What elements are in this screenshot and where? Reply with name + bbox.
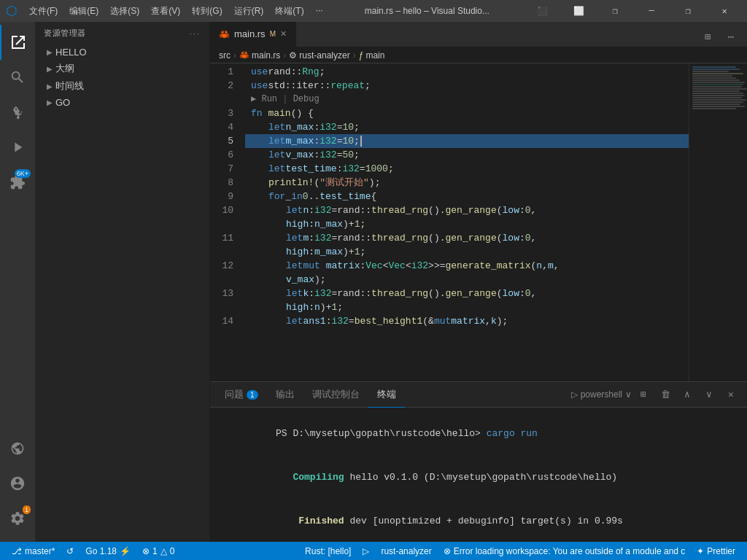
prettier-icon: ✦ bbox=[697, 546, 704, 556]
breadcrumb-sep-icon: › bbox=[283, 50, 286, 61]
source-control-activity-button[interactable] bbox=[0, 95, 35, 130]
code-editor[interactable]: 1 2 3 4 5 6 7 8 9 10 11 12 13 14 bbox=[210, 63, 747, 381]
error-icon: ⊗ bbox=[444, 546, 451, 556]
tab-main-rs[interactable]: 🦀 main.rs M ✕ bbox=[210, 22, 296, 47]
breadcrumb-sep-icon: › bbox=[233, 50, 236, 61]
debug-codelens[interactable]: Debug bbox=[293, 93, 320, 106]
panel-tab-debug[interactable]: 调试控制台 bbox=[303, 382, 368, 408]
breadcrumb-rust-analyzer[interactable]: ⚙ rust-analyzer bbox=[289, 50, 349, 61]
run-codelens[interactable]: ▶ Run bbox=[251, 93, 277, 106]
panels-button[interactable]: ❐ bbox=[598, 0, 632, 22]
settings-badge: 1 bbox=[23, 505, 31, 514]
tab-close-button[interactable]: ✕ bbox=[280, 29, 287, 39]
more-actions-button[interactable]: ⋯ bbox=[721, 26, 741, 47]
git-branch-status[interactable]: ⎇ master* bbox=[6, 542, 61, 560]
workspace-error-status[interactable]: ⊗ Error loading workspace: You are outsi… bbox=[438, 542, 692, 560]
lightning-icon: ⚡ bbox=[120, 546, 131, 556]
line-num-4: 4 bbox=[210, 120, 239, 134]
search-activity-button[interactable] bbox=[0, 60, 35, 95]
panel-tab-output[interactable]: 输出 bbox=[267, 382, 303, 408]
line-num-5: 5 bbox=[210, 134, 239, 148]
account-activity-button[interactable] bbox=[0, 466, 35, 501]
kill-terminal-button[interactable]: 🗑 bbox=[655, 384, 676, 405]
sidebar-item-outline[interactable]: ▶ 大纲 bbox=[35, 60, 209, 77]
extensions-badge: 6K+ bbox=[15, 169, 31, 178]
sidebar-item-label: 大纲 bbox=[55, 62, 74, 75]
breadcrumb-src[interactable]: src bbox=[219, 50, 231, 61]
line-numbers: 1 2 3 4 5 6 7 8 9 10 11 12 13 14 bbox=[210, 63, 245, 381]
panel-tab-label: 调试控制台 bbox=[312, 388, 360, 401]
sidebar-more-button[interactable]: ··· bbox=[190, 29, 201, 38]
menu-select[interactable]: 选择(S) bbox=[104, 5, 145, 18]
new-terminal-button[interactable]: ⊞ bbox=[633, 384, 654, 405]
rust-analyzer-status[interactable]: rust-analyzer bbox=[375, 542, 437, 560]
rust-icon: 🦀 bbox=[239, 50, 249, 60]
remote-activity-button[interactable] bbox=[0, 431, 35, 466]
sidebar-item-hello[interactable]: ▶ HELLO bbox=[35, 44, 209, 60]
code-lens-line[interactable]: ▶ Run | Debug bbox=[245, 93, 689, 106]
menu-terminal[interactable]: 终端(T) bbox=[269, 5, 309, 18]
menu-goto[interactable]: 转到(G) bbox=[186, 5, 228, 18]
sidebar-toggle-button[interactable]: ⬛ bbox=[525, 0, 559, 22]
code-line-12: let mut matrix: Vec<Vec<i32>> = generate… bbox=[245, 259, 689, 273]
panel-tab-label: 问题 bbox=[225, 388, 244, 401]
panel-close-button[interactable]: ✕ bbox=[721, 384, 741, 405]
prettier-label: Prettier bbox=[707, 546, 735, 556]
breadcrumb-mainrs[interactable]: 🦀 main.rs bbox=[239, 50, 280, 61]
code-line-7: let test_time: i32 = 1000; bbox=[245, 162, 689, 176]
sync-status[interactable]: ↺ bbox=[61, 542, 80, 560]
go-version-status[interactable]: Go 1.18 ⚡ bbox=[80, 542, 136, 560]
panel-down-button[interactable]: ∨ bbox=[699, 384, 719, 405]
line-num-11: 11 bbox=[210, 231, 239, 245]
explorer-activity-button[interactable] bbox=[0, 25, 35, 60]
minimap-content bbox=[689, 63, 747, 113]
code-line-6: let v_max: i32 = 50; bbox=[245, 148, 689, 162]
sidebar-item-go[interactable]: ▶ GO bbox=[35, 95, 209, 110]
terminal-arrow-icon: ▷ bbox=[571, 389, 578, 400]
sidebar-item-label: GO bbox=[55, 97, 70, 108]
dropdown-icon[interactable]: ∨ bbox=[625, 389, 632, 400]
terminal-content[interactable]: PS D:\mysetup\gopath\rustcode\hello> car… bbox=[210, 408, 747, 542]
line-num-13: 13 bbox=[210, 287, 239, 300]
run-status-button[interactable]: ▷ bbox=[357, 542, 375, 560]
menu-view[interactable]: 查看(V) bbox=[145, 5, 186, 18]
menu-more[interactable]: ··· bbox=[310, 5, 329, 18]
prettier-status[interactable]: ✦ Prettier bbox=[691, 542, 741, 560]
panel-tab-problems[interactable]: 问题 1 bbox=[216, 382, 267, 408]
menu-file[interactable]: 文件(F) bbox=[23, 5, 63, 18]
panel-up-button[interactable]: ∧ bbox=[677, 384, 697, 405]
close-button[interactable]: ✕ bbox=[708, 0, 741, 22]
warning-count: 0 bbox=[170, 546, 175, 556]
extensions-activity-button[interactable]: 6K+ bbox=[0, 165, 35, 200]
code-line-12-cont: v_max); bbox=[245, 273, 689, 287]
menu-edit[interactable]: 编辑(E) bbox=[63, 5, 104, 18]
panel-tab-terminal[interactable]: 终端 bbox=[368, 382, 405, 408]
minimize-button[interactable]: — bbox=[635, 0, 668, 22]
sidebar-item-timeline[interactable]: ▶ 时间线 bbox=[35, 77, 209, 95]
line-num-6: 6 bbox=[210, 148, 239, 162]
line-num-14: 14 bbox=[210, 314, 239, 328]
statusbar-right: Rust: [hello] ▷ rust-analyzer ⊗ Error lo… bbox=[299, 542, 741, 560]
line-num-8: 8 bbox=[210, 176, 239, 190]
menu-run[interactable]: 运行(R) bbox=[228, 5, 270, 18]
terminal-type-text: powershell bbox=[581, 389, 622, 400]
titlebar: ⬡ 文件(F) 编辑(E) 选择(S) 查看(V) 转到(G) 运行(R) 终端… bbox=[0, 0, 747, 22]
breadcrumb-main-fn[interactable]: ƒ main bbox=[359, 50, 385, 61]
run-activity-button[interactable] bbox=[0, 130, 35, 165]
error-count: 1 bbox=[152, 546, 158, 556]
code-line-11-cont: high: m_max) + 1; bbox=[245, 245, 689, 259]
errors-status[interactable]: ⊗ 1 △ 0 bbox=[136, 542, 180, 560]
code-line-5: let m_max: i32 = 10; bbox=[245, 134, 689, 148]
editor-area: 🦀 main.rs M ✕ ⊞ ⋯ src › 🦀 main.rs › ⚙ ru… bbox=[210, 22, 747, 542]
go-icon: Go 1.18 bbox=[85, 546, 117, 556]
activity-bar: 6K+ 1 bbox=[0, 22, 35, 542]
editor-layout-button[interactable]: ⬜ bbox=[562, 0, 595, 22]
sidebar-header: 资源管理器 ··· bbox=[35, 22, 209, 44]
split-editor-button[interactable]: ⊞ bbox=[697, 26, 718, 47]
rust-status-label: Rust: [hello] bbox=[305, 546, 351, 556]
code-content[interactable]: use rand::Rng; use std::iter::repeat; ▶ … bbox=[245, 63, 689, 381]
maximize-button[interactable]: ❐ bbox=[671, 0, 705, 22]
settings-activity-button[interactable]: 1 bbox=[0, 501, 35, 536]
code-line-10: let n: i32 = rand::thread_rng().gen_rang… bbox=[245, 203, 689, 217]
rust-status[interactable]: Rust: [hello] bbox=[299, 542, 357, 560]
